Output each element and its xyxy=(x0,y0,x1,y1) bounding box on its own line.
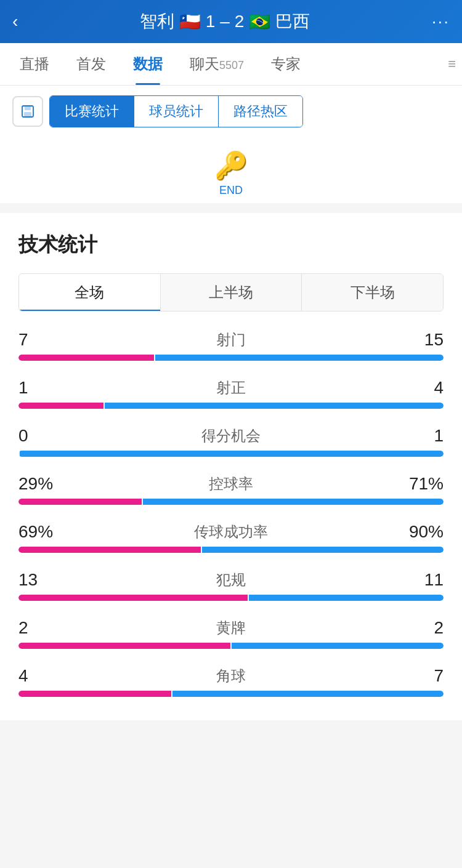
chile-flag: 🇨🇱 xyxy=(179,12,201,32)
bar-left xyxy=(18,691,171,697)
stat-bar xyxy=(18,643,444,649)
sub-tabs-container: 比赛统计 球员统计 路径热区 xyxy=(0,86,462,137)
stat-bar xyxy=(18,451,444,457)
tab-expert[interactable]: 专家 xyxy=(257,43,314,85)
bar-right xyxy=(202,547,444,553)
stat-row: 0 得分机会 1 xyxy=(18,426,444,457)
stat-right-value: 1 xyxy=(407,426,444,446)
stat-row: 4 角球 7 xyxy=(18,666,444,697)
team-left-name: 智利 xyxy=(140,10,174,33)
stat-name: 犯规 xyxy=(55,570,407,590)
bar-left xyxy=(18,355,154,361)
stat-name: 控球率 xyxy=(55,474,407,494)
svg-rect-2 xyxy=(24,112,31,116)
period-tabs: 全场 上半场 下半场 xyxy=(18,273,444,311)
stat-right-value: 4 xyxy=(407,378,444,398)
tab-chat[interactable]: 聊天5507 xyxy=(176,43,257,85)
svg-rect-1 xyxy=(25,106,31,110)
stat-row: 7 射门 15 xyxy=(18,330,444,361)
bar-right xyxy=(172,691,444,697)
bar-left xyxy=(18,499,142,505)
score-dash: – xyxy=(220,12,230,31)
more-button[interactable]: ··· xyxy=(432,12,450,31)
stats-section: 技术统计 全场 上半场 下半场 7 射门 15 1 射正 4 0 xyxy=(0,213,462,720)
score-right: 2 xyxy=(235,12,245,31)
stat-row: 2 黄牌 2 xyxy=(18,618,444,649)
stat-right-value: 2 xyxy=(407,618,444,638)
bar-right xyxy=(249,595,444,601)
tab-lineup[interactable]: 首发 xyxy=(63,43,120,85)
bar-right xyxy=(155,355,444,361)
stat-right-value: 11 xyxy=(407,570,444,590)
stat-bar xyxy=(18,691,444,697)
stat-bar xyxy=(18,499,444,505)
stat-name: 黄牌 xyxy=(55,618,407,638)
nav-tabs: 直播 首发 数据 聊天5507 专家 ≡ xyxy=(0,43,462,86)
stat-name: 角球 xyxy=(55,666,407,686)
period-tab-first-half[interactable]: 上半场 xyxy=(161,274,302,311)
stat-name: 传球成功率 xyxy=(55,522,407,542)
stat-row: 29% 控球率 71% xyxy=(18,474,444,505)
stat-left-value: 2 xyxy=(18,618,55,638)
stat-bar xyxy=(18,355,444,361)
period-tab-full[interactable]: 全场 xyxy=(19,274,161,311)
bar-right xyxy=(105,403,444,409)
stat-right-value: 7 xyxy=(407,666,444,686)
stat-rows: 7 射门 15 1 射正 4 0 得分机会 1 xyxy=(18,330,444,697)
whistle-icon: 🔑 xyxy=(214,150,248,182)
bar-right xyxy=(232,643,444,649)
stat-left-value: 69% xyxy=(18,522,55,542)
bar-left xyxy=(18,403,103,409)
stats-title: 技术统计 xyxy=(18,231,444,259)
stat-left-value: 7 xyxy=(18,330,55,350)
tab-data[interactable]: 数据 xyxy=(120,43,176,85)
stat-row: 1 射正 4 xyxy=(18,378,444,409)
sub-tab-player-stats[interactable]: 球员统计 xyxy=(134,96,219,127)
brazil-flag: 🇧🇷 xyxy=(249,12,270,32)
stat-name: 射正 xyxy=(55,378,407,398)
score-left: 1 xyxy=(206,12,216,31)
bar-left xyxy=(18,547,201,553)
sub-tabs: 比赛统计 球员统计 路径热区 xyxy=(49,95,303,127)
stat-name: 得分机会 xyxy=(55,426,407,446)
stat-row: 13 犯规 11 xyxy=(18,570,444,601)
save-button[interactable] xyxy=(12,96,43,127)
whistle-section: 🔑 END xyxy=(0,137,462,203)
whistle-label: END xyxy=(219,184,243,197)
stat-left-value: 13 xyxy=(18,570,55,590)
stat-bar xyxy=(18,595,444,601)
stat-left-value: 1 xyxy=(18,378,55,398)
stat-bar xyxy=(18,547,444,553)
match-title: 智利 🇨🇱 1 – 2 🇧🇷 巴西 xyxy=(140,10,310,33)
stat-right-value: 15 xyxy=(407,330,444,350)
header: ‹ 智利 🇨🇱 1 – 2 🇧🇷 巴西 ··· xyxy=(0,0,462,43)
tab-live[interactable]: 直播 xyxy=(6,43,63,85)
bar-left xyxy=(18,643,230,649)
stat-bar xyxy=(18,403,444,409)
bar-right xyxy=(143,499,444,505)
stat-right-value: 71% xyxy=(407,474,444,494)
bar-right xyxy=(20,451,444,457)
nav-more-button[interactable]: ≡ xyxy=(448,56,456,72)
period-tab-second-half[interactable]: 下半场 xyxy=(302,274,443,311)
stat-right-value: 90% xyxy=(407,522,444,542)
stat-row: 69% 传球成功率 90% xyxy=(18,522,444,553)
stat-left-value: 0 xyxy=(18,426,55,446)
stat-left-value: 29% xyxy=(18,474,55,494)
stat-left-value: 4 xyxy=(18,666,55,686)
bar-left xyxy=(18,595,248,601)
back-button[interactable]: ‹ xyxy=(12,12,18,31)
sub-tab-match-stats[interactable]: 比赛统计 xyxy=(50,96,134,127)
sub-tab-heatmap[interactable]: 路径热区 xyxy=(219,96,302,127)
team-right-name: 巴西 xyxy=(275,10,310,33)
stat-name: 射门 xyxy=(55,330,407,350)
